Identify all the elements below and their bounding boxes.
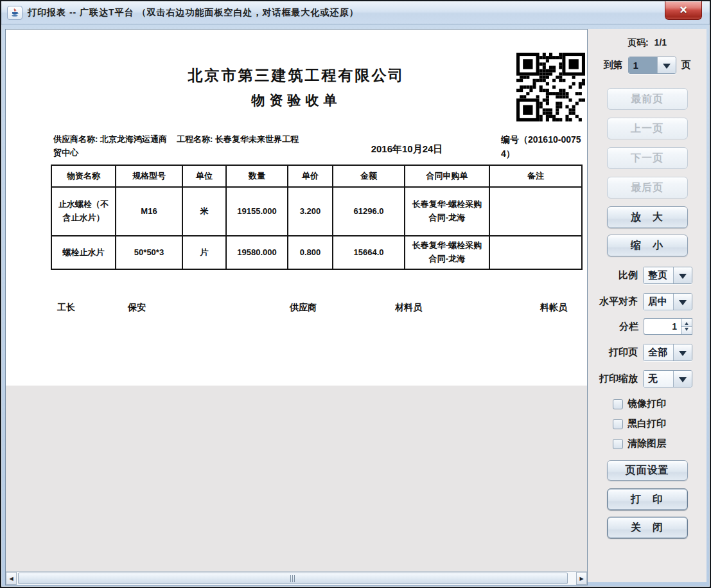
cell-qty: 19155.000 <box>226 187 288 236</box>
goto-prefix-label: 到第 <box>604 59 623 71</box>
document-title: 物资验收单 <box>6 91 587 109</box>
company-name: 北京市第三建筑工程有限公司 <box>6 66 587 85</box>
print-pages-label: 打印页 <box>609 346 638 359</box>
spinner-down-icon[interactable] <box>681 327 692 335</box>
spinner-up-icon[interactable] <box>681 318 692 327</box>
cell-material: 螺栓止水片 <box>51 236 116 269</box>
clear-layers-checkbox[interactable]: 清除图层 <box>613 438 666 450</box>
align-row: 水平对齐 居中 <box>588 293 707 310</box>
goto-suffix-label: 页 <box>681 59 691 71</box>
print-scale-value: 无 <box>644 371 673 387</box>
document-serial: 编号（201610-00754） <box>501 132 583 161</box>
page-number-value: 1/1 <box>654 37 667 49</box>
col-header: 金额 <box>333 165 405 187</box>
scroll-left-arrow-icon[interactable]: ◀ <box>6 572 17 585</box>
checkbox-icon <box>613 439 623 449</box>
document-info-row: 供应商名称: 北京龙海鸿运通商贸中心 工程名称: 长春复华未来世界工程 2016… <box>53 132 583 161</box>
last-page-button[interactable]: 最后页 <box>607 177 688 199</box>
cell-spec: M16 <box>116 187 182 236</box>
print-report-window: 打印报表 -- 广联达T平台 （双击右边功能面板空白处，对话框最大化或还原） ×… <box>0 0 711 588</box>
scrollbar-thumb[interactable] <box>18 573 568 584</box>
signature-label: 工长 <box>57 302 75 314</box>
columns-label: 分栏 <box>619 321 638 333</box>
print-scale-select[interactable]: 无 <box>643 370 692 388</box>
page-setup-button[interactable]: 页面设置 <box>607 460 688 481</box>
supplier-name: 供应商名称: 北京龙海鸿运通商贸中心 <box>53 132 168 161</box>
columns-value: 1 <box>644 318 681 335</box>
black-white-print-checkbox[interactable]: 黑白打印 <box>613 418 666 430</box>
col-header: 合同申购单 <box>405 165 489 187</box>
cell-remark <box>489 187 582 236</box>
scale-row: 比例 整页 <box>588 267 707 284</box>
signature-label: 供应商 <box>290 302 317 314</box>
print-button[interactable]: 打 印 <box>607 488 688 510</box>
cell-remark <box>489 236 582 269</box>
first-page-button[interactable]: 最前页 <box>607 88 688 110</box>
goto-page-value: 1 <box>629 57 657 73</box>
report-page: 北京市第三建筑工程有限公司 物资验收单 供应商名称: 北京龙海鸿运通商贸中心 工… <box>6 30 587 386</box>
window-title: 打印报表 -- 广联达T平台 （双击右边功能面板空白处，对话框最大化或还原） <box>28 7 359 19</box>
chevron-down-icon[interactable] <box>657 57 676 73</box>
cell-contract: 长春复华-螺栓采购合同-龙海 <box>405 187 489 236</box>
print-pages-value: 全部 <box>644 344 673 361</box>
cell-amount: 15664.0 <box>333 236 405 269</box>
chevron-down-icon[interactable] <box>673 267 692 283</box>
goto-page-select[interactable]: 1 <box>628 57 676 74</box>
cell-price: 0.800 <box>288 236 333 269</box>
col-header: 单位 <box>182 165 226 187</box>
java-app-icon <box>7 6 22 20</box>
checkbox-icon <box>613 399 623 409</box>
signature-label: 保安 <box>128 302 146 314</box>
chevron-down-icon[interactable] <box>673 294 692 310</box>
print-pages-row: 打印页 全部 <box>588 344 707 361</box>
col-header: 单价 <box>288 165 333 187</box>
zoom-in-button[interactable]: 放 大 <box>607 206 688 228</box>
dialog-body: 北京市第三建筑工程有限公司 物资验收单 供应商名称: 北京龙海鸿运通商贸中心 工… <box>1 26 710 587</box>
close-icon: × <box>680 3 687 16</box>
scale-value: 整页 <box>644 267 673 283</box>
col-header: 数量 <box>226 165 288 187</box>
scrollbar-track[interactable] <box>17 572 576 585</box>
horizontal-scrollbar[interactable]: ◀ ▶ <box>6 571 587 585</box>
print-scale-label: 打印缩放 <box>599 373 638 385</box>
close-button[interactable]: × <box>665 1 702 20</box>
titlebar[interactable]: 打印报表 -- 广联达T平台 （双击右边功能面板空白处，对话框最大化或还原） × <box>1 1 710 24</box>
clear-layers-label: 清除图层 <box>628 438 666 450</box>
thumb-grip-icon <box>290 575 295 582</box>
scroll-right-arrow-icon[interactable]: ▶ <box>576 572 587 585</box>
table-row: 螺栓止水片 50*50*3 片 19580.000 0.800 15664.0 … <box>51 236 582 269</box>
chevron-down-icon[interactable] <box>673 371 692 387</box>
table-row: 止水螺栓（不含止水片） M16 米 19155.000 3.200 61296.… <box>51 187 582 236</box>
page-number-label: 页码: <box>628 37 649 49</box>
align-select[interactable]: 居中 <box>643 293 692 310</box>
columns-row: 分栏 1 <box>588 318 707 335</box>
print-scale-row: 打印缩放 无 <box>588 370 707 388</box>
scale-select[interactable]: 整页 <box>643 267 692 284</box>
col-header: 物资名称 <box>51 165 116 187</box>
materials-table: 物资名称 规格型号 单位 数量 单价 金额 合同申购单 备注 止水螺栓（不含止水… <box>51 165 583 270</box>
print-pages-select[interactable]: 全部 <box>643 344 692 361</box>
cell-contract: 长春复华-螺栓采购合同-龙海 <box>405 236 489 269</box>
close-dialog-button[interactable]: 关 闭 <box>607 517 688 539</box>
project-name: 工程名称: 长春复华未来世界工程 <box>177 132 313 161</box>
mirror-print-checkbox[interactable]: 镜像打印 <box>613 398 666 410</box>
align-label: 水平对齐 <box>599 296 638 308</box>
columns-stepper[interactable]: 1 <box>644 318 692 335</box>
cell-price: 3.200 <box>288 187 333 236</box>
mirror-print-label: 镜像打印 <box>628 398 666 410</box>
scale-label: 比例 <box>619 269 638 281</box>
zoom-out-button[interactable]: 缩 小 <box>607 235 688 256</box>
next-page-button[interactable]: 下一页 <box>607 147 688 169</box>
cell-material: 止水螺栓（不含止水片） <box>51 187 116 236</box>
prev-page-button[interactable]: 上一页 <box>607 118 688 139</box>
goto-page-row: 到第 1 页 <box>604 57 691 74</box>
checkbox-icon <box>613 419 623 429</box>
col-header: 备注 <box>489 165 582 187</box>
chevron-down-icon[interactable] <box>673 344 692 361</box>
signature-label: 料帐员 <box>540 302 567 314</box>
signature-label: 材料员 <box>395 302 422 314</box>
cell-spec: 50*50*3 <box>116 236 182 269</box>
cell-qty: 19580.000 <box>226 236 288 269</box>
table-header-row: 物资名称 规格型号 单位 数量 单价 金额 合同申购单 备注 <box>51 165 582 187</box>
report-preview: 北京市第三建筑工程有限公司 物资验收单 供应商名称: 北京龙海鸿运通商贸中心 工… <box>5 29 588 585</box>
